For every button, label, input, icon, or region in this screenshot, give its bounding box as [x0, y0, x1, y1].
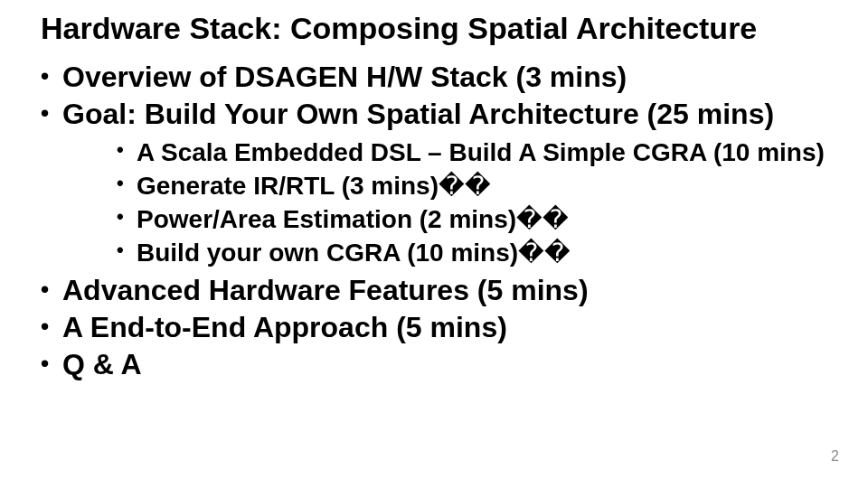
- sub-bullet-text: Generate IR/RTL (3 mins): [137, 172, 439, 200]
- bullet-text: Q & A: [62, 348, 142, 380]
- bullet-goal: Goal: Build Your Own Spatial Architectur…: [41, 96, 868, 272]
- sub-bullet-text: Power/Area Estimation (2 mins): [137, 205, 516, 233]
- sub-bullet-ir-rtl: Generate IR/RTL (3 mins)��: [117, 170, 868, 203]
- suffix-glyphs: ��: [516, 205, 569, 233]
- bullet-overview: Overview of DSAGEN H/W Stack (3 mins): [41, 59, 868, 96]
- bullet-qa: Q & A: [41, 346, 868, 383]
- bullet-text: Advanced Hardware Features (5 mins): [62, 274, 589, 306]
- bullet-text: A End-to-End Approach (5 mins): [62, 311, 507, 343]
- bullet-advanced: Advanced Hardware Features (5 mins): [41, 272, 868, 309]
- suffix-glyphs: ��: [518, 239, 571, 267]
- outline-list: Overview of DSAGEN H/W Stack (3 mins) Go…: [0, 59, 868, 383]
- bullet-text: Overview of DSAGEN H/W Stack (3 mins): [62, 61, 627, 93]
- sub-bullet-text: A Scala Embedded DSL – Build A Simple CG…: [137, 138, 825, 166]
- sub-bullet-build-cgra: Build your own CGRA (10 mins)��: [117, 237, 868, 270]
- slide: Hardware Stack: Composing Spatial Archit…: [0, 0, 868, 488]
- sub-bullet-power-area: Power/Area Estimation (2 mins)��: [117, 203, 868, 237]
- sub-list: A Scala Embedded DSL – Build A Simple CG…: [62, 133, 868, 272]
- suffix-glyphs: ��: [439, 172, 491, 200]
- bullet-text: Goal: Build Your Own Spatial Architectur…: [62, 98, 774, 130]
- sub-bullet-dsl: A Scala Embedded DSL – Build A Simple CG…: [117, 136, 868, 170]
- bullet-end-to-end: A End-to-End Approach (5 mins): [41, 309, 868, 346]
- page-number: 2: [831, 448, 839, 465]
- sub-bullet-text: Build your own CGRA (10 mins): [137, 239, 518, 267]
- slide-title: Hardware Stack: Composing Spatial Archit…: [0, 11, 868, 59]
